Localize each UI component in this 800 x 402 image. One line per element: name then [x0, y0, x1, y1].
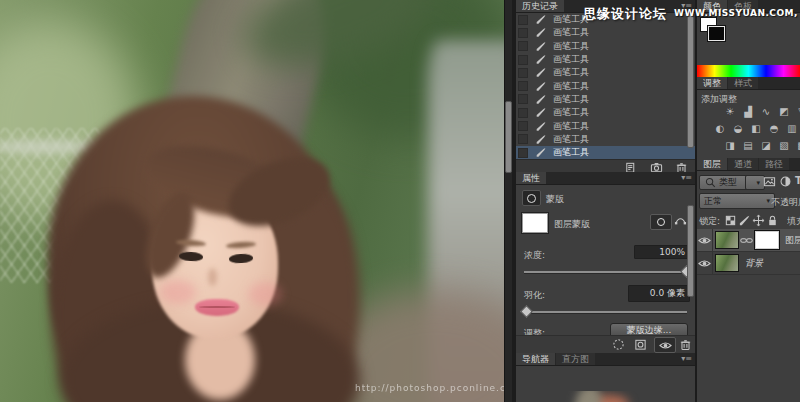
filter-type-layers-icon[interactable]: T: [795, 175, 800, 186]
tab-history[interactable]: 历史记录: [516, 0, 564, 12]
color-spectrum-ramp[interactable]: [697, 65, 800, 77]
history-brush-source-well[interactable]: [518, 134, 528, 144]
layer-row-layer1[interactable]: 图层 1: [697, 229, 800, 252]
history-entry[interactable]: 画笔工具: [516, 40, 695, 53]
lock-transparency-icon[interactable]: [724, 214, 737, 227]
canvas-scrollbar-thumb[interactable]: [505, 101, 512, 173]
right-panel-column: 颜色 色板 调整 样式 添加调整 ☀▟∿◩▽ ◐◒◧◓▥▦ ◨▤◪▧▩: [697, 0, 800, 402]
history-entry-label: 画笔工具: [553, 146, 589, 159]
layer-filter-stepper[interactable]: ▾: [745, 175, 765, 190]
history-brush-source-well[interactable]: [518, 15, 528, 25]
properties-scrollbar-thumb[interactable]: [687, 205, 694, 297]
history-entry[interactable]: 画笔工具: [516, 93, 695, 106]
history-entry[interactable]: 画笔工具: [516, 53, 695, 66]
background-color-swatch[interactable]: [708, 26, 725, 41]
tab-navigator[interactable]: 导航器: [516, 353, 555, 365]
history-entry[interactable]: 画笔工具: [516, 146, 695, 159]
history-brush-source-well[interactable]: [518, 68, 528, 78]
forum-watermark: 思缘设计论坛 WWW.MISSYUAN.COM,: [583, 5, 798, 23]
layers-tabbar: 图层 通道 路径: [697, 158, 800, 171]
history-entry[interactable]: 画笔工具: [516, 66, 695, 79]
properties-panel: 属性 ▾≡ 蒙版 图层蒙版 浓度: 100% 羽化: 0.0 像素: [516, 172, 695, 353]
feather-value-field[interactable]: 0.0 像素: [628, 285, 690, 302]
tab-adjustments[interactable]: 调整: [697, 77, 727, 89]
adjustment-vibrance-icon[interactable]: ▽: [795, 106, 800, 118]
brush-tool-icon: [535, 27, 547, 39]
layer1-thumbnail[interactable]: [715, 231, 739, 249]
layer1-mask-thumbnail[interactable]: [755, 231, 779, 249]
adjustment-gradient-map-icon[interactable]: ▧: [777, 140, 791, 152]
background-thumbnail[interactable]: [715, 254, 739, 272]
history-entry-label: 画笔工具: [553, 93, 589, 106]
layer-mask-thumbnail[interactable]: [522, 213, 548, 233]
navigator-panel-menu-icon[interactable]: ▾≡: [681, 354, 692, 364]
navigator-preview[interactable]: [517, 391, 694, 402]
adjustment-brightness-contrast-icon[interactable]: ☀: [723, 106, 737, 118]
load-selection-from-mask-icon[interactable]: [612, 338, 625, 351]
history-entry-label: 画笔工具: [553, 120, 589, 133]
adjustment-selective-color-icon[interactable]: ▩: [795, 140, 800, 152]
layer-filter-dropdown[interactable]: 类型: [699, 175, 751, 190]
adjustment-black-white-icon[interactable]: ◧: [749, 123, 763, 135]
adjustment-posterize-icon[interactable]: ▤: [741, 140, 755, 152]
history-brush-source-well[interactable]: [518, 41, 528, 51]
vector-mask-icon[interactable]: [674, 214, 687, 227]
lock-position-icon[interactable]: [752, 214, 765, 227]
history-entry[interactable]: 画笔工具: [516, 79, 695, 92]
brush-tool-icon: [535, 67, 547, 79]
history-scrollbar-thumb[interactable]: [687, 14, 694, 148]
tab-layers[interactable]: 图层: [697, 158, 727, 170]
history-entry[interactable]: 画笔工具: [516, 106, 695, 119]
layer-row-background[interactable]: 背景: [697, 252, 800, 275]
filter-adjustment-layers-icon[interactable]: [779, 175, 792, 188]
adjustment-photo-filter-icon[interactable]: ◓: [767, 123, 781, 135]
brush-tool-icon: [535, 107, 547, 119]
adjustment-levels-icon[interactable]: ▟: [741, 106, 755, 118]
history-brush-source-well[interactable]: [518, 55, 528, 65]
tab-channels[interactable]: 通道: [728, 158, 758, 170]
adjustment-channel-mixer-icon[interactable]: ▥: [785, 123, 799, 135]
tab-histogram[interactable]: 直方图: [556, 353, 595, 365]
adjustment-threshold-icon[interactable]: ◪: [759, 140, 773, 152]
disable-mask-toggle[interactable]: [654, 337, 676, 353]
adjustment-color-balance-icon[interactable]: ◒: [731, 123, 745, 135]
apply-mask-icon[interactable]: [634, 338, 647, 351]
blend-mode-dropdown[interactable]: 正常 ▾: [699, 193, 775, 209]
pixel-mask-icon[interactable]: [650, 214, 672, 230]
feather-slider[interactable]: [524, 311, 687, 314]
density-value-field[interactable]: 100%: [634, 245, 690, 259]
layer1-visibility-toggle[interactable]: [697, 229, 713, 251]
tab-paths[interactable]: 路径: [759, 158, 789, 170]
mask-link-icon[interactable]: [740, 234, 753, 247]
lock-all-icon[interactable]: [766, 214, 779, 227]
feather-slider-thumb[interactable]: [520, 305, 533, 318]
filter-pixel-layers-icon[interactable]: [763, 175, 776, 188]
history-brush-source-well[interactable]: [518, 94, 528, 104]
adjustment-curves-icon[interactable]: ∿: [759, 106, 773, 118]
adjustment-icons-row-2: ◐◒◧◓▥▦: [713, 123, 800, 135]
adjustment-exposure-icon[interactable]: ◩: [777, 106, 791, 118]
history-entry[interactable]: 画笔工具: [516, 119, 695, 132]
tab-properties[interactable]: 属性: [516, 172, 546, 184]
adjustment-invert-icon[interactable]: ◨: [723, 140, 737, 152]
document-canvas[interactable]: http://photoshop.pconline.com.cn: [0, 0, 504, 402]
delete-mask-icon[interactable]: [679, 338, 692, 351]
background-visibility-toggle[interactable]: [697, 252, 713, 274]
history-entry[interactable]: 画笔工具: [516, 133, 695, 146]
history-brush-source-well[interactable]: [518, 148, 528, 158]
history-panel: 历史记录 ▾≡ 画笔工具画笔工具画笔工具画笔工具画笔工具画笔工具画笔工具画笔工具…: [516, 0, 695, 175]
lock-pixels-icon[interactable]: [738, 214, 751, 227]
brush-tool-icon: [535, 120, 547, 132]
density-slider[interactable]: [524, 271, 687, 274]
properties-panel-menu-icon[interactable]: ▾≡: [681, 173, 692, 183]
layer1-name[interactable]: 图层 1: [785, 234, 800, 247]
tab-styles[interactable]: 样式: [728, 77, 758, 89]
history-brush-source-well[interactable]: [518, 28, 528, 38]
history-entry[interactable]: 画笔工具: [516, 26, 695, 39]
background-name[interactable]: 背景: [745, 257, 763, 270]
adjustment-icons-row-3: ◨▤◪▧▩: [723, 140, 800, 152]
history-brush-source-well[interactable]: [518, 81, 528, 91]
history-brush-source-well[interactable]: [518, 121, 528, 131]
history-brush-source-well[interactable]: [518, 108, 528, 118]
adjustment-hue-saturation-icon[interactable]: ◐: [713, 123, 727, 135]
